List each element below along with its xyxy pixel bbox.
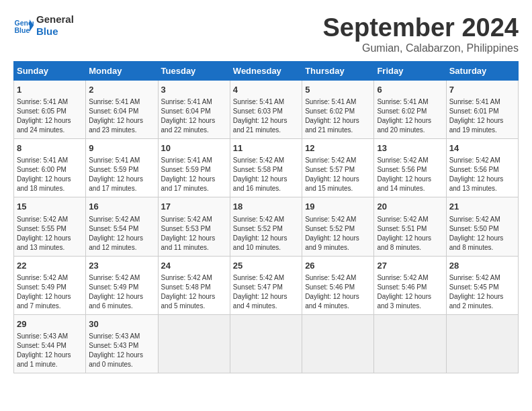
calendar-cell <box>374 314 446 373</box>
logo-line2: Blue <box>36 26 74 38</box>
calendar-cell: 1Sunrise: 5:41 AM Sunset: 6:05 PM Daylig… <box>14 81 86 139</box>
day-info: Sunrise: 5:42 AM Sunset: 5:45 PM Dayligh… <box>449 273 515 311</box>
week-row-2: 8Sunrise: 5:41 AM Sunset: 6:00 PM Daylig… <box>14 139 519 197</box>
calendar-cell: 21Sunrise: 5:42 AM Sunset: 5:50 PM Dayli… <box>446 197 518 256</box>
col-header-thursday: Thursday <box>302 62 374 81</box>
calendar-cell: 24Sunrise: 5:42 AM Sunset: 5:48 PM Dayli… <box>158 256 230 314</box>
day-info: Sunrise: 5:42 AM Sunset: 5:49 PM Dayligh… <box>89 273 154 311</box>
day-number: 6 <box>377 84 443 96</box>
col-header-sunday: Sunday <box>14 62 86 81</box>
day-info: Sunrise: 5:41 AM Sunset: 6:02 PM Dayligh… <box>377 97 443 135</box>
day-info: Sunrise: 5:42 AM Sunset: 5:54 PM Dayligh… <box>89 215 154 253</box>
day-number: 21 <box>449 201 515 213</box>
calendar-cell: 9Sunrise: 5:41 AM Sunset: 5:59 PM Daylig… <box>86 139 158 197</box>
calendar-cell <box>446 314 518 373</box>
day-number: 27 <box>377 260 443 272</box>
calendar-cell: 27Sunrise: 5:42 AM Sunset: 5:46 PM Dayli… <box>374 256 446 314</box>
day-info: Sunrise: 5:41 AM Sunset: 6:04 PM Dayligh… <box>89 97 154 135</box>
calendar-cell: 4Sunrise: 5:41 AM Sunset: 6:03 PM Daylig… <box>230 81 302 139</box>
calendar-cell <box>302 314 374 373</box>
calendar-cell: 12Sunrise: 5:42 AM Sunset: 5:57 PM Dayli… <box>302 139 374 197</box>
day-number: 17 <box>161 201 227 213</box>
day-info: Sunrise: 5:42 AM Sunset: 5:57 PM Dayligh… <box>305 156 371 193</box>
calendar-cell: 18Sunrise: 5:42 AM Sunset: 5:52 PM Dayli… <box>230 197 302 256</box>
day-number: 5 <box>305 84 371 96</box>
col-header-friday: Friday <box>374 62 446 81</box>
day-number: 26 <box>305 260 371 272</box>
calendar-cell: 20Sunrise: 5:42 AM Sunset: 5:51 PM Dayli… <box>374 197 446 256</box>
day-number: 15 <box>17 201 83 213</box>
svg-text:Blue: Blue <box>15 26 30 34</box>
day-number: 4 <box>233 84 299 96</box>
day-info: Sunrise: 5:42 AM Sunset: 5:49 PM Dayligh… <box>17 273 83 311</box>
day-number: 23 <box>89 260 154 272</box>
day-info: Sunrise: 5:41 AM Sunset: 6:02 PM Dayligh… <box>305 97 371 135</box>
header: General Blue General Blue September 2024… <box>13 13 519 54</box>
month-title: September 2024 <box>323 13 519 42</box>
week-row-4: 22Sunrise: 5:42 AM Sunset: 5:49 PM Dayli… <box>14 256 519 314</box>
calendar-cell: 7Sunrise: 5:41 AM Sunset: 6:01 PM Daylig… <box>446 81 518 139</box>
day-info: Sunrise: 5:42 AM Sunset: 5:56 PM Dayligh… <box>377 156 443 193</box>
day-info: Sunrise: 5:42 AM Sunset: 5:47 PM Dayligh… <box>233 273 299 311</box>
calendar-cell: 11Sunrise: 5:42 AM Sunset: 5:58 PM Dayli… <box>230 139 302 197</box>
day-info: Sunrise: 5:42 AM Sunset: 5:52 PM Dayligh… <box>233 215 299 253</box>
day-info: Sunrise: 5:42 AM Sunset: 5:48 PM Dayligh… <box>161 273 227 311</box>
day-number: 29 <box>17 318 83 330</box>
day-info: Sunrise: 5:42 AM Sunset: 5:52 PM Dayligh… <box>305 215 371 253</box>
col-header-saturday: Saturday <box>446 62 518 81</box>
logo-icon: General Blue <box>13 15 34 36</box>
calendar-cell: 29Sunrise: 5:43 AM Sunset: 5:44 PM Dayli… <box>14 314 86 373</box>
day-info: Sunrise: 5:41 AM Sunset: 5:59 PM Dayligh… <box>161 156 227 193</box>
calendar-cell: 8Sunrise: 5:41 AM Sunset: 6:00 PM Daylig… <box>14 139 86 197</box>
day-number: 18 <box>233 201 299 213</box>
calendar-cell: 17Sunrise: 5:42 AM Sunset: 5:53 PM Dayli… <box>158 197 230 256</box>
calendar-cell: 30Sunrise: 5:43 AM Sunset: 5:43 PM Dayli… <box>86 314 158 373</box>
calendar-cell: 15Sunrise: 5:42 AM Sunset: 5:55 PM Dayli… <box>14 197 86 256</box>
week-row-1: 1Sunrise: 5:41 AM Sunset: 6:05 PM Daylig… <box>14 81 519 139</box>
calendar-cell: 2Sunrise: 5:41 AM Sunset: 6:04 PM Daylig… <box>86 81 158 139</box>
location-title: Gumian, Calabarzon, Philippines <box>323 42 519 54</box>
day-info: Sunrise: 5:42 AM Sunset: 5:50 PM Dayligh… <box>449 215 515 253</box>
title-section: September 2024 Gumian, Calabarzon, Phili… <box>323 13 519 54</box>
day-info: Sunrise: 5:43 AM Sunset: 5:44 PM Dayligh… <box>17 332 83 369</box>
calendar-cell <box>230 314 302 373</box>
week-row-5: 29Sunrise: 5:43 AM Sunset: 5:44 PM Dayli… <box>14 314 519 373</box>
day-number: 1 <box>17 84 83 96</box>
day-number: 13 <box>377 142 443 154</box>
day-info: Sunrise: 5:42 AM Sunset: 5:46 PM Dayligh… <box>377 273 443 311</box>
col-header-monday: Monday <box>86 62 158 81</box>
day-info: Sunrise: 5:43 AM Sunset: 5:43 PM Dayligh… <box>89 332 154 369</box>
day-number: 9 <box>89 142 154 154</box>
header-row: SundayMondayTuesdayWednesdayThursdayFrid… <box>14 62 519 81</box>
day-number: 28 <box>449 260 515 272</box>
day-number: 12 <box>305 142 371 154</box>
logo: General Blue General Blue <box>13 13 74 38</box>
calendar-cell: 19Sunrise: 5:42 AM Sunset: 5:52 PM Dayli… <box>302 197 374 256</box>
col-header-wednesday: Wednesday <box>230 62 302 81</box>
day-number: 22 <box>17 260 83 272</box>
day-number: 24 <box>161 260 227 272</box>
day-number: 25 <box>233 260 299 272</box>
day-info: Sunrise: 5:41 AM Sunset: 6:00 PM Dayligh… <box>17 156 83 193</box>
day-info: Sunrise: 5:41 AM Sunset: 6:01 PM Dayligh… <box>449 97 515 135</box>
day-number: 16 <box>89 201 154 213</box>
calendar-cell: 16Sunrise: 5:42 AM Sunset: 5:54 PM Dayli… <box>86 197 158 256</box>
calendar-cell: 3Sunrise: 5:41 AM Sunset: 6:04 PM Daylig… <box>158 81 230 139</box>
calendar-cell <box>158 314 230 373</box>
calendar-cell: 28Sunrise: 5:42 AM Sunset: 5:45 PM Dayli… <box>446 256 518 314</box>
day-info: Sunrise: 5:42 AM Sunset: 5:56 PM Dayligh… <box>449 156 515 193</box>
calendar-table: SundayMondayTuesdayWednesdayThursdayFrid… <box>13 61 519 373</box>
day-info: Sunrise: 5:41 AM Sunset: 6:05 PM Dayligh… <box>17 97 83 135</box>
day-info: Sunrise: 5:42 AM Sunset: 5:46 PM Dayligh… <box>305 273 371 311</box>
logo-line1: General <box>36 13 74 26</box>
day-info: Sunrise: 5:42 AM Sunset: 5:53 PM Dayligh… <box>161 215 227 253</box>
day-number: 20 <box>377 201 443 213</box>
day-info: Sunrise: 5:41 AM Sunset: 6:03 PM Dayligh… <box>233 97 299 135</box>
day-number: 2 <box>89 84 154 96</box>
day-info: Sunrise: 5:41 AM Sunset: 6:04 PM Dayligh… <box>161 97 227 135</box>
calendar-cell: 6Sunrise: 5:41 AM Sunset: 6:02 PM Daylig… <box>374 81 446 139</box>
day-number: 11 <box>233 142 299 154</box>
calendar-cell: 23Sunrise: 5:42 AM Sunset: 5:49 PM Dayli… <box>86 256 158 314</box>
day-info: Sunrise: 5:41 AM Sunset: 5:59 PM Dayligh… <box>89 156 154 193</box>
day-number: 14 <box>449 142 515 154</box>
